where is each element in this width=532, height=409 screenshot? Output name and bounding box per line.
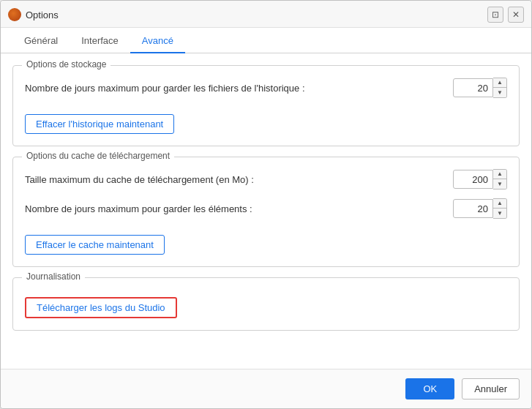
cache-days-input[interactable] bbox=[453, 199, 493, 218]
cache-days-label: Nombre de jours maximum pour garder les … bbox=[25, 203, 453, 214]
cache-size-label: Taille maximum du cache de téléchargemen… bbox=[25, 174, 453, 185]
tab-interface[interactable]: Interface bbox=[70, 28, 130, 53]
history-label: Nombre de jours maximum pour garder les … bbox=[25, 83, 453, 94]
history-row: Nombre de jours maximum pour garder les … bbox=[25, 78, 507, 98]
clear-history-button[interactable]: Effacer l'historique maintenant bbox=[25, 114, 174, 134]
download-logs-button[interactable]: Télécharger les logs du Studio bbox=[25, 297, 177, 318]
cache-size-row: Taille maximum du cache de téléchargemen… bbox=[25, 169, 507, 190]
app-icon bbox=[8, 8, 21, 21]
cache-size-spinner-buttons: ▲ ▼ bbox=[493, 169, 507, 190]
cache-days-row: Nombre de jours maximum pour garder les … bbox=[25, 198, 507, 219]
cache-size-input[interactable] bbox=[453, 170, 493, 189]
storage-legend: Options de stockage bbox=[22, 59, 110, 70]
cache-size-spinner: ▲ ▼ bbox=[453, 169, 507, 190]
history-decrement-button[interactable]: ▼ bbox=[493, 88, 506, 97]
window-title: Options bbox=[26, 10, 59, 20]
cache-size-increment-button[interactable]: ▲ bbox=[493, 170, 506, 179]
options-window: Options ⊡ ✕ Général Interface Avancé Opt… bbox=[0, 0, 532, 409]
logging-section: Journalisation Télécharger les logs du S… bbox=[12, 277, 520, 331]
tab-general[interactable]: Général bbox=[12, 28, 70, 53]
titlebar-controls: ⊡ ✕ bbox=[487, 7, 524, 23]
cache-days-increment-button[interactable]: ▲ bbox=[493, 199, 506, 209]
ok-button[interactable]: OK bbox=[405, 378, 454, 399]
storage-section: Options de stockage Nombre de jours maxi… bbox=[12, 65, 520, 146]
tab-advanced[interactable]: Avancé bbox=[130, 28, 185, 53]
content-area: Options de stockage Nombre de jours maxi… bbox=[1, 53, 531, 369]
clear-cache-button[interactable]: Effacer le cache maintenant bbox=[25, 235, 165, 255]
tab-bar: Général Interface Avancé bbox=[1, 28, 531, 53]
cache-legend: Options du cache de téléchargement bbox=[22, 151, 174, 161]
cache-section: Options du cache de téléchargement Taill… bbox=[12, 157, 520, 267]
history-increment-button[interactable]: ▲ bbox=[493, 78, 506, 88]
close-button[interactable]: ✕ bbox=[508, 7, 524, 23]
logging-legend: Journalisation bbox=[22, 271, 85, 282]
history-value-input[interactable] bbox=[453, 78, 493, 97]
cache-days-decrement-button[interactable]: ▼ bbox=[493, 209, 506, 218]
restore-button[interactable]: ⊡ bbox=[487, 7, 503, 23]
cancel-button[interactable]: Annuler bbox=[462, 378, 520, 399]
titlebar: Options ⊡ ✕ bbox=[1, 1, 531, 28]
history-spinner-buttons: ▲ ▼ bbox=[493, 78, 507, 98]
titlebar-left: Options bbox=[8, 8, 59, 21]
history-spinner: ▲ ▼ bbox=[453, 78, 507, 98]
cache-days-spinner: ▲ ▼ bbox=[453, 198, 507, 219]
cache-days-spinner-buttons: ▲ ▼ bbox=[493, 198, 507, 219]
cache-size-decrement-button[interactable]: ▼ bbox=[493, 179, 506, 189]
footer: OK Annuler bbox=[1, 369, 531, 408]
